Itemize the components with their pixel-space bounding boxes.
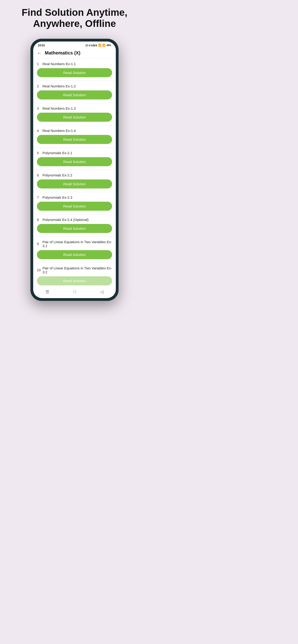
item-label: Polynomials Ex-2.2 bbox=[43, 173, 72, 177]
item-label: Real Numbers Ex-1.3 bbox=[43, 106, 76, 110]
menu-icon[interactable]: ☰ bbox=[46, 289, 49, 294]
list-item: 6 Polynomials Ex-2.2 Read Solution bbox=[33, 170, 116, 192]
read-solution-button[interactable]: Read Solution bbox=[37, 157, 112, 166]
item-label: Polynomials Ex-2.3 bbox=[43, 196, 72, 199]
item-number: 2 bbox=[37, 84, 43, 88]
list-item: 4 Real Numbers Ex-1.4 Read Solution bbox=[33, 126, 116, 147]
signal-icon: 📶 bbox=[102, 44, 106, 47]
wifi-icon: 📶 bbox=[98, 44, 101, 47]
item-number: 6 bbox=[37, 173, 43, 177]
item-label: Real Numbers Ex-1.2 bbox=[43, 84, 76, 88]
list-item: 5 Polynomials Ex-2.1 Read Solution bbox=[33, 148, 116, 170]
status-bar: 10:01 27.0 KB/S 📶 📶 40% bbox=[33, 42, 116, 48]
item-number: 5 bbox=[37, 151, 43, 155]
item-number: 4 bbox=[37, 129, 43, 132]
status-right: 27.0 KB/S 📶 📶 40% bbox=[85, 44, 111, 47]
hero-title: Find Solution Anytime, Anywhere, Offline bbox=[5, 7, 144, 30]
phone-screen: 10:01 27.0 KB/S 📶 📶 40% ← Mathematics (X… bbox=[33, 42, 116, 298]
item-number: 7 bbox=[37, 196, 43, 199]
nav-header: ← Mathematics (X) bbox=[33, 48, 116, 59]
item-label: Real Numbers Ex-1.4 bbox=[43, 129, 76, 132]
list-item-partial: 10 Pair of Linear Equations in Two Varia… bbox=[33, 263, 116, 286]
bottom-nav-bar: ☰ □ ◁ bbox=[33, 286, 116, 298]
list-item: 2 Real Numbers Ex-1.2 Read Solution bbox=[33, 81, 116, 103]
read-solution-button[interactable]: Read Solution bbox=[37, 202, 112, 211]
status-time: 10:01 bbox=[38, 44, 45, 47]
back-button[interactable]: ← bbox=[37, 50, 42, 56]
list-item: 3 Real Numbers Ex-1.3 Read Solution bbox=[33, 103, 116, 125]
page-title: Mathematics (X) bbox=[45, 50, 80, 56]
item-label: Polynomials Ex-2.1 bbox=[43, 151, 72, 155]
read-solution-button[interactable]: Read Solution bbox=[37, 113, 112, 122]
item-label: Real Numbers Ex-1.1 bbox=[43, 62, 76, 66]
exercise-list: 1 Real Numbers Ex-1.1 Read Solution 2 Re… bbox=[33, 59, 116, 286]
item-label: Polynomials Ex-2.4 (Optional) bbox=[43, 218, 88, 222]
back-nav-icon[interactable]: ◁ bbox=[100, 289, 104, 294]
item-number: 3 bbox=[37, 106, 43, 110]
item-number: 1 bbox=[37, 62, 43, 66]
list-item: 1 Real Numbers Ex-1.1 Read Solution bbox=[33, 59, 116, 80]
read-solution-button[interactable]: Read Solution bbox=[37, 90, 112, 100]
item-label: Pair of Linear Equations in Two Variable… bbox=[43, 266, 112, 274]
read-solution-button[interactable]: Read Solution bbox=[37, 135, 112, 144]
read-solution-button[interactable]: Read Solution bbox=[37, 224, 112, 233]
read-solution-button[interactable]: Read Solution bbox=[37, 180, 112, 188]
item-number: 8 bbox=[37, 218, 43, 222]
item-label: Pair of Linear Equations in Two Variable… bbox=[43, 240, 112, 248]
home-icon[interactable]: □ bbox=[74, 289, 76, 294]
read-solution-button[interactable]: Read Solution bbox=[37, 250, 112, 259]
read-solution-button[interactable]: Read Solution bbox=[37, 276, 112, 285]
phone-frame: 10:01 27.0 KB/S 📶 📶 40% ← Mathematics (X… bbox=[31, 39, 119, 301]
list-item: 8 Polynomials Ex-2.4 (Optional) Read Sol… bbox=[33, 214, 116, 236]
item-number: 9 bbox=[37, 242, 43, 246]
list-item: 9 Pair of Linear Equations in Two Variab… bbox=[33, 237, 116, 262]
item-number: 10 bbox=[37, 268, 43, 272]
list-item: 7 Polynomials Ex-2.3 Read Solution bbox=[33, 192, 116, 214]
battery-label: 40% bbox=[107, 44, 111, 46]
read-solution-button[interactable]: Read Solution bbox=[37, 68, 112, 77]
data-speed-label: 27.0 KB/S bbox=[85, 44, 97, 47]
